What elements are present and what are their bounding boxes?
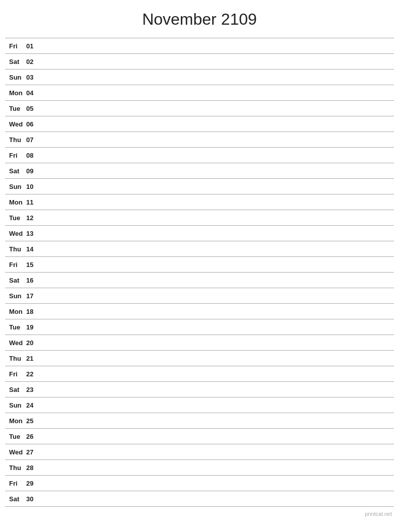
day-content[interactable]: [39, 444, 394, 460]
calendar-row: Fri15: [5, 257, 394, 273]
date-label: 07: [25, 132, 39, 148]
day-label: Sat: [5, 163, 25, 179]
day-label: Mon: [5, 413, 25, 429]
day-content[interactable]: [39, 413, 394, 429]
day-content[interactable]: [39, 460, 394, 476]
day-content[interactable]: [39, 85, 394, 101]
day-label: Sat: [5, 273, 25, 288]
day-content[interactable]: [39, 366, 394, 382]
date-label: 10: [25, 179, 39, 194]
date-label: 14: [25, 241, 39, 257]
day-content[interactable]: [39, 351, 394, 366]
day-content[interactable]: [39, 429, 394, 444]
calendar-row: Fri08: [5, 148, 394, 163]
day-content[interactable]: [39, 70, 394, 85]
date-label: 22: [25, 366, 39, 382]
calendar-row: Sun03: [5, 70, 394, 85]
day-label: Tue: [5, 210, 25, 226]
date-label: 13: [25, 226, 39, 241]
day-content[interactable]: [39, 194, 394, 210]
day-label: Wed: [5, 226, 25, 241]
date-label: 21: [25, 351, 39, 366]
day-content[interactable]: [39, 116, 394, 132]
day-label: Sun: [5, 179, 25, 194]
date-label: 09: [25, 163, 39, 179]
calendar-row: Sun24: [5, 397, 394, 413]
calendar-row: Sun17: [5, 288, 394, 304]
calendar-row: Sat30: [5, 491, 394, 507]
calendar-row: Tue12: [5, 210, 394, 226]
date-label: 11: [25, 194, 39, 210]
date-label: 25: [25, 413, 39, 429]
day-content[interactable]: [39, 335, 394, 351]
date-label: 24: [25, 397, 39, 413]
day-label: Fri: [5, 476, 25, 491]
calendar-row: Tue05: [5, 101, 394, 116]
day-content[interactable]: [39, 241, 394, 257]
day-content[interactable]: [39, 491, 394, 507]
day-content[interactable]: [39, 397, 394, 413]
watermark: printcal.net: [5, 511, 394, 517]
day-label: Wed: [5, 116, 25, 132]
day-content[interactable]: [39, 132, 394, 148]
date-label: 03: [25, 70, 39, 85]
calendar-row: Sat16: [5, 273, 394, 288]
date-label: 12: [25, 210, 39, 226]
day-label: Sun: [5, 397, 25, 413]
calendar-row: Mon25: [5, 413, 394, 429]
day-content[interactable]: [39, 288, 394, 304]
day-label: Fri: [5, 366, 25, 382]
day-content[interactable]: [39, 38, 394, 54]
calendar-row: Thu21: [5, 351, 394, 366]
day-label: Thu: [5, 241, 25, 257]
day-content[interactable]: [39, 226, 394, 241]
day-label: Sat: [5, 382, 25, 397]
day-label: Sun: [5, 288, 25, 304]
calendar-row: Mon04: [5, 85, 394, 101]
day-label: Wed: [5, 444, 25, 460]
day-content[interactable]: [39, 273, 394, 288]
calendar-row: Wed27: [5, 444, 394, 460]
date-label: 23: [25, 382, 39, 397]
calendar-row: Wed13: [5, 226, 394, 241]
calendar-row: Mon11: [5, 194, 394, 210]
day-label: Tue: [5, 319, 25, 335]
day-label: Thu: [5, 460, 25, 476]
calendar-row: Wed20: [5, 335, 394, 351]
day-content[interactable]: [39, 476, 394, 491]
day-label: Sun: [5, 70, 25, 85]
calendar-row: Sun10: [5, 179, 394, 194]
day-content[interactable]: [39, 304, 394, 319]
day-label: Tue: [5, 101, 25, 116]
day-content[interactable]: [39, 382, 394, 397]
date-label: 28: [25, 460, 39, 476]
calendar-row: Sat02: [5, 54, 394, 70]
calendar-row: Tue19: [5, 319, 394, 335]
calendar-table: Fri01 Sat02 Sun03 Mon04 Tue05 Wed06 Thu0…: [5, 38, 394, 507]
day-label: Tue: [5, 429, 25, 444]
day-content[interactable]: [39, 319, 394, 335]
day-label: Thu: [5, 132, 25, 148]
calendar-row: Mon18: [5, 304, 394, 319]
day-content[interactable]: [39, 101, 394, 116]
day-content[interactable]: [39, 210, 394, 226]
day-content[interactable]: [39, 257, 394, 273]
day-content[interactable]: [39, 148, 394, 163]
day-label: Mon: [5, 304, 25, 319]
day-label: Sat: [5, 54, 25, 70]
calendar-row: Tue26: [5, 429, 394, 444]
date-label: 15: [25, 257, 39, 273]
day-label: Mon: [5, 194, 25, 210]
day-label: Mon: [5, 85, 25, 101]
day-content[interactable]: [39, 163, 394, 179]
date-label: 26: [25, 429, 39, 444]
calendar-row: Fri22: [5, 366, 394, 382]
date-label: 05: [25, 101, 39, 116]
day-label: Wed: [5, 335, 25, 351]
day-label: Thu: [5, 351, 25, 366]
day-content[interactable]: [39, 179, 394, 194]
date-label: 04: [25, 85, 39, 101]
day-content[interactable]: [39, 54, 394, 70]
date-label: 08: [25, 148, 39, 163]
calendar-row: Sat23: [5, 382, 394, 397]
